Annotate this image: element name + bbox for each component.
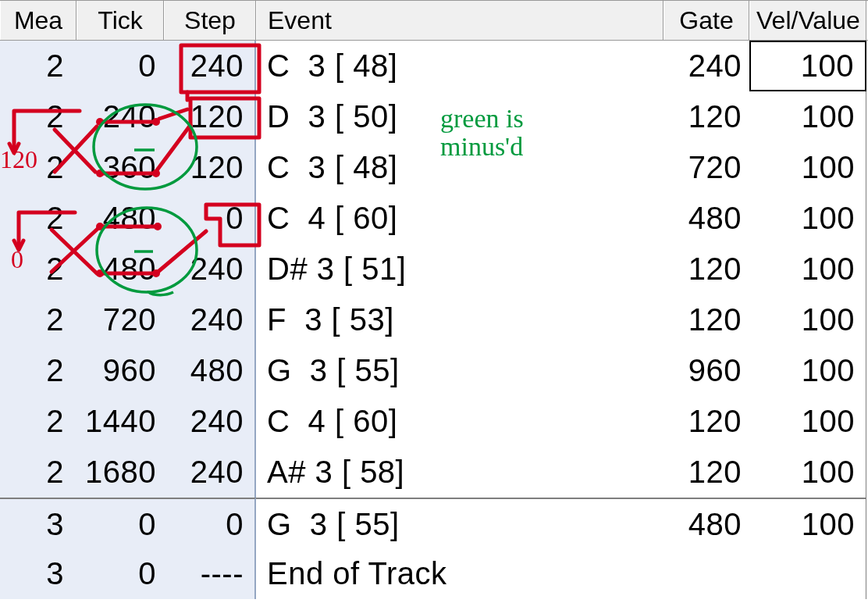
cell-gate[interactable]: 120 <box>663 396 749 447</box>
cell-event[interactable]: End of Track <box>256 548 663 599</box>
cell-event[interactable]: D# 3 [ 51] <box>256 244 663 294</box>
table-row[interactable]: 30----End of Track <box>0 548 868 599</box>
col-event[interactable]: Event <box>256 1 663 40</box>
table-row[interactable]: 2960480G 3 [ 55]960100 <box>0 345 868 396</box>
cell-measure[interactable]: 2 <box>0 193 76 244</box>
cell-measure[interactable]: 2 <box>0 91 76 142</box>
cell-gate[interactable] <box>663 548 749 599</box>
table-row[interactable]: 20240C 3 [ 48]240100 <box>0 41 868 91</box>
table-row[interactable]: 2480240D# 3 [ 51]120100 <box>0 244 868 294</box>
cell-gate[interactable]: 120 <box>663 91 749 142</box>
cell-step[interactable]: ---- <box>164 548 256 599</box>
cell-event[interactable]: F 3 [ 53] <box>256 294 663 345</box>
cell-velvalue[interactable]: 100 <box>749 193 866 244</box>
cell-tick[interactable]: 1440 <box>76 396 164 447</box>
annotation-0-label: 0 <box>11 247 23 273</box>
cell-measure[interactable]: 3 <box>0 498 76 548</box>
cell-step[interactable]: 120 <box>164 91 256 142</box>
cell-velvalue[interactable]: 100 <box>749 447 866 498</box>
cell-tick[interactable]: 0 <box>76 41 164 91</box>
cell-tick[interactable]: 1680 <box>76 447 164 498</box>
cell-tick[interactable]: 480 <box>76 244 164 294</box>
cell-velvalue[interactable]: 100 <box>749 345 866 396</box>
table-body: 20240C 3 [ 48]2401002240120D 3 [ 50]1201… <box>0 41 868 599</box>
cell-measure[interactable]: 3 <box>0 548 76 599</box>
cell-event[interactable]: G 3 [ 55] <box>256 498 663 548</box>
midi-event-list: Mea Tick Step Event Gate Vel/Value 20240… <box>0 0 868 603</box>
cell-velvalue[interactable]: 100 <box>749 396 866 447</box>
cell-event[interactable]: G 3 [ 55] <box>256 345 663 396</box>
cell-step[interactable]: 240 <box>164 396 256 447</box>
cell-measure[interactable]: 2 <box>0 447 76 498</box>
col-gate[interactable]: Gate <box>663 1 749 40</box>
cell-step[interactable]: 240 <box>164 41 256 91</box>
col-measure[interactable]: Mea <box>0 1 76 40</box>
cell-gate[interactable]: 720 <box>663 142 749 193</box>
cell-gate[interactable]: 120 <box>663 244 749 294</box>
cell-measure[interactable]: 2 <box>0 41 76 91</box>
table-row[interactable]: 21440240C 4 [ 60]120100 <box>0 396 868 447</box>
cell-tick[interactable]: 720 <box>76 294 164 345</box>
cell-gate[interactable]: 120 <box>663 447 749 498</box>
cell-velvalue[interactable] <box>749 548 866 599</box>
cell-velvalue[interactable]: 100 <box>749 142 866 193</box>
cell-step[interactable]: 120 <box>164 142 256 193</box>
cell-step[interactable]: 0 <box>164 193 256 244</box>
table-row[interactable]: 2720240F 3 [ 53]120100 <box>0 294 868 345</box>
cell-gate[interactable]: 480 <box>663 498 749 548</box>
cell-step[interactable]: 240 <box>164 447 256 498</box>
cell-gate[interactable]: 120 <box>663 294 749 345</box>
cell-event[interactable]: C 3 [ 48] <box>256 41 663 91</box>
cell-measure[interactable]: 2 <box>0 345 76 396</box>
cell-tick[interactable]: 360 <box>76 142 164 193</box>
cell-tick[interactable]: 240 <box>76 91 164 142</box>
cell-gate[interactable]: 480 <box>663 193 749 244</box>
cell-gate[interactable]: 240 <box>663 41 749 91</box>
cell-event[interactable]: C 4 [ 60] <box>256 396 663 447</box>
cell-event[interactable]: A# 3 [ 58] <box>256 447 663 498</box>
col-step[interactable]: Step <box>164 1 256 40</box>
cell-velvalue[interactable]: 100 <box>749 294 866 345</box>
cell-tick[interactable]: 0 <box>76 548 164 599</box>
cell-velvalue[interactable]: 100 <box>749 244 866 294</box>
cell-step[interactable]: 240 <box>164 294 256 345</box>
cell-tick[interactable]: 0 <box>76 498 164 548</box>
table-header: Mea Tick Step Event Gate Vel/Value <box>0 0 868 41</box>
table-row[interactable]: 2240120D 3 [ 50]120100 <box>0 91 868 142</box>
cell-velvalue[interactable]: 100 <box>749 498 866 548</box>
cell-measure[interactable]: 2 <box>0 396 76 447</box>
col-velvalue[interactable]: Vel/Value <box>749 1 866 40</box>
col-tick[interactable]: Tick <box>76 1 164 40</box>
table-row[interactable]: 24800C 4 [ 60]480100 <box>0 193 868 244</box>
table-row[interactable]: 2360120C 3 [ 48]720100 <box>0 142 868 193</box>
table-row[interactable]: 300G 3 [ 55]480100 <box>0 498 868 548</box>
cell-velvalue[interactable]: 100 <box>749 41 866 91</box>
annotation-120-label: 120 <box>0 147 37 173</box>
cell-step[interactable]: 0 <box>164 498 256 548</box>
cell-velvalue[interactable]: 100 <box>749 91 866 142</box>
table-row[interactable]: 21680240A# 3 [ 58]120100 <box>0 447 868 498</box>
cell-gate[interactable]: 960 <box>663 345 749 396</box>
cell-measure[interactable]: 2 <box>0 294 76 345</box>
cell-tick[interactable]: 960 <box>76 345 164 396</box>
cell-event[interactable]: C 4 [ 60] <box>256 193 663 244</box>
annotation-green-text: green is minus'd <box>440 105 565 160</box>
cell-step[interactable]: 480 <box>164 345 256 396</box>
cell-tick[interactable]: 480 <box>76 193 164 244</box>
cell-step[interactable]: 240 <box>164 244 256 294</box>
